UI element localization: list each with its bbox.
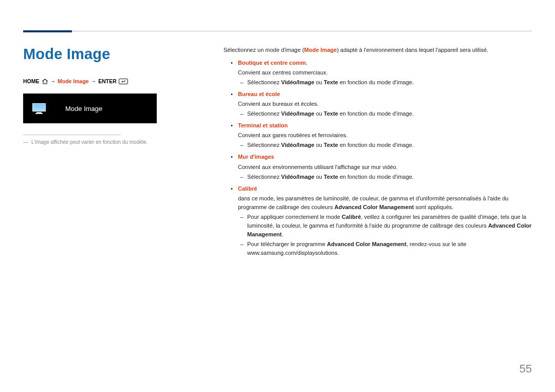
note-text: L'image affichée peut varier en fonction… [31,139,147,145]
cal-sub2-pre: Pour télécharger le programme [247,241,327,247]
cal-sub1-pre: Pour appliquer correctement le mode [247,214,342,220]
mode-sublist: Sélectionnez Vidéo/Image ou Texte en fon… [238,109,532,118]
home-icon [42,79,48,84]
mode-subitem: Pour télécharger le programme Advanced C… [238,240,532,257]
mode-desc: Convient aux gares routières et ferrovia… [238,131,532,140]
intro-post: ) adapté à l'environnement dans lequel l… [337,47,488,53]
page-number: 55 [520,362,532,376]
sel-vi: Vidéo/Image [281,110,314,117]
right-column: Sélectionnez un mode d'image (Mode Image… [224,46,532,260]
sel-or: ou [314,174,324,180]
intro-pre: Sélectionnez un mode d'image ( [224,47,304,53]
columns: Mode Image HOME → Mode Image → ENTER [23,46,532,260]
sel-or: ou [314,110,324,117]
sel-vi: Vidéo/Image [281,79,314,85]
mode-subitem: Sélectionnez Vidéo/Image ou Texte en fon… [238,173,532,181]
sel-pre: Sélectionnez [247,174,281,180]
breadcrumb-enter: ENTER [98,78,117,84]
sel-tx: Texte [324,174,338,180]
breadcrumb-home: HOME [23,78,40,84]
mode-sublist: Sélectionnez Vidéo/Image ou Texte en fon… [238,78,532,87]
calibre-desc-acm: Advanced Color Management [335,204,414,210]
sel-vi: Vidéo/Image [281,174,314,180]
sel-post: en fonction du mode d'image. [338,174,414,180]
mode-subitem: Pour appliquer correctement le mode Cali… [238,213,532,239]
page-content: Mode Image HOME → Mode Image → ENTER [0,0,555,260]
cal-sub2-acm: Advanced Color Management [327,241,406,247]
short-rule [23,135,121,135]
mode-title: Bureau et école [238,91,280,97]
mode-desc: Convient aux environnements utilisant l'… [238,163,532,172]
sel-or: ou [314,142,324,148]
breadcrumb-mode: Mode Image [58,78,89,84]
cal-sub1-cal: Calibré [342,214,361,220]
mode-item: Bureau et école Convient aux bureaux et … [224,90,532,118]
sel-pre: Sélectionnez [247,110,281,117]
sel-tx: Texte [324,110,338,117]
breadcrumb-arrow: → [91,78,97,84]
enter-icon [119,79,128,84]
calibre-desc-post: sont appliqués. [414,204,453,210]
cal-sub1-post: . [282,231,283,237]
model-note: ― L'image affichée peut varier en foncti… [23,139,190,145]
intro-mode: Mode Image [304,47,337,53]
sel-post: en fonction du mode d'image. [338,142,414,148]
mode-title: Terminal et station [238,122,288,128]
mode-sublist: Sélectionnez Vidéo/Image ou Texte en fon… [238,173,532,181]
preview-panel: Mode Image [23,94,157,123]
mode-item: Mur d'images Convient aux environnements… [224,153,532,181]
sel-tx: Texte [324,142,338,148]
sel-pre: Sélectionnez [247,142,281,148]
mode-list: Boutique et centre comm. Convient aux ce… [224,59,532,257]
mode-title: Boutique et centre comm. [238,60,307,66]
mode-desc: Convient aux centres commerciaux. [238,68,532,77]
sel-post: en fonction du mode d'image. [338,110,414,117]
preview-label: Mode Image [65,105,102,113]
sel-post: en fonction du mode d'image. [338,79,414,85]
left-column: Mode Image HOME → Mode Image → ENTER [23,46,190,260]
header-rule [23,31,532,31]
sel-or: ou [314,79,324,85]
mode-desc: dans ce mode, les paramètres de luminosi… [238,194,532,212]
mode-sublist: Pour appliquer correctement le mode Cali… [238,213,532,257]
sel-tx: Texte [324,79,338,85]
mode-subitem: Sélectionnez Vidéo/Image ou Texte en fon… [238,141,532,150]
mode-item-calibre: Calibré dans ce mode, les paramètres de … [224,184,532,257]
breadcrumb: HOME → Mode Image → ENTER [23,78,190,84]
mode-desc: Convient aux bureaux et écoles. [238,100,532,108]
note-dash: ― [23,139,28,145]
mode-item: Terminal et station Convient aux gares r… [224,121,532,150]
svg-rect-0 [119,79,127,84]
mode-title: Mur d'images [238,154,274,160]
intro-text: Sélectionnez un mode d'image (Mode Image… [224,46,532,54]
monitor-icon [32,103,46,114]
mode-subitem: Sélectionnez Vidéo/Image ou Texte en fon… [238,109,532,118]
mode-sublist: Sélectionnez Vidéo/Image ou Texte en fon… [238,141,532,150]
mode-subitem: Sélectionnez Vidéo/Image ou Texte en fon… [238,78,532,87]
breadcrumb-arrow: → [50,78,56,84]
mode-item: Boutique et centre comm. Convient aux ce… [224,59,532,87]
mode-title: Calibré [238,185,257,192]
page-title: Mode Image [23,46,190,63]
sel-vi: Vidéo/Image [281,142,314,148]
sel-pre: Sélectionnez [247,79,281,85]
